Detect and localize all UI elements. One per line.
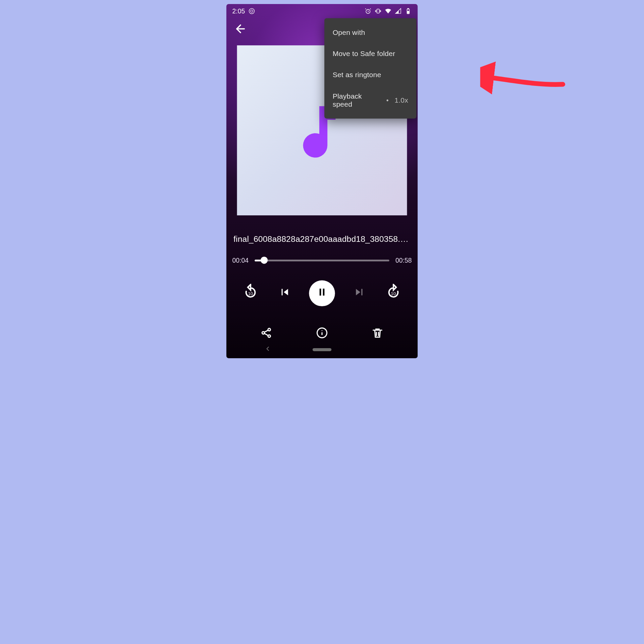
play-pause-button[interactable] (309, 280, 335, 306)
menu-playback-speed[interactable]: Playback speed • 1.0x (324, 86, 417, 115)
menu-set-ringtone[interactable]: Set as ringtone (324, 64, 417, 86)
vibrate-icon (375, 8, 382, 15)
menu-item-label: Move to Safe folder (333, 50, 395, 58)
menu-item-label: Open with (333, 28, 365, 37)
previous-button[interactable] (275, 283, 295, 303)
info-icon (316, 326, 329, 342)
annotation-arrow (480, 54, 569, 101)
menu-item-label: Playback speed (333, 92, 380, 108)
arrow-back-icon (234, 22, 247, 38)
menu-speed-value: 1.0x (394, 96, 408, 105)
trash-icon (371, 326, 384, 342)
progress-row: 00:04 00:58 (232, 257, 412, 264)
alarm-icon (365, 8, 372, 15)
gesture-nav-bar (226, 340, 418, 358)
menu-item-label: Set as ringtone (333, 71, 381, 79)
menu-open-with[interactable]: Open with (324, 22, 417, 43)
phone-frame: 2:05 (226, 4, 418, 358)
skip-next-icon (353, 286, 366, 301)
playback-controls: 10 10 (226, 280, 418, 306)
svg-rect-3 (377, 9, 379, 13)
back-button[interactable] (231, 20, 250, 39)
elapsed-time: 00:04 (232, 257, 248, 264)
svg-text:10: 10 (248, 291, 253, 296)
share-icon (260, 326, 273, 342)
seek-thumb[interactable] (260, 257, 267, 264)
svg-point-13 (322, 330, 323, 331)
replay-10-icon: 10 (242, 284, 259, 303)
nav-pill[interactable] (313, 348, 331, 351)
track-title: final_6008a8828a287e00aaadbd18_380358.mp… (233, 234, 411, 244)
skip-previous-icon (278, 286, 291, 301)
pause-icon (316, 286, 328, 300)
battery-icon (405, 8, 412, 15)
menu-speed-dot: • (386, 97, 389, 104)
status-bar: 2:05 (226, 4, 418, 18)
svg-point-11 (268, 335, 270, 337)
status-clock: 2:05 (232, 8, 245, 15)
nav-back-chevron-icon[interactable] (264, 344, 271, 355)
recording-dot-icon (249, 8, 256, 15)
next-button (349, 283, 369, 303)
wifi-icon (385, 8, 392, 15)
total-time: 00:58 (395, 257, 412, 264)
svg-text:10: 10 (391, 291, 396, 296)
menu-move-safe-folder[interactable]: Move to Safe folder (324, 43, 417, 64)
forward-10-button[interactable]: 10 (383, 283, 404, 303)
svg-point-9 (262, 332, 264, 334)
svg-point-1 (249, 8, 255, 14)
svg-point-0 (251, 10, 253, 12)
overflow-menu: Open with Move to Safe folder Set as rin… (324, 18, 417, 118)
forward-10-icon: 10 (385, 284, 401, 303)
rewind-10-button[interactable]: 10 (240, 283, 261, 303)
signal-icon (394, 8, 401, 15)
svg-rect-5 (408, 8, 409, 9)
svg-point-10 (268, 328, 270, 331)
svg-rect-6 (408, 11, 409, 13)
seek-bar[interactable] (255, 259, 390, 261)
